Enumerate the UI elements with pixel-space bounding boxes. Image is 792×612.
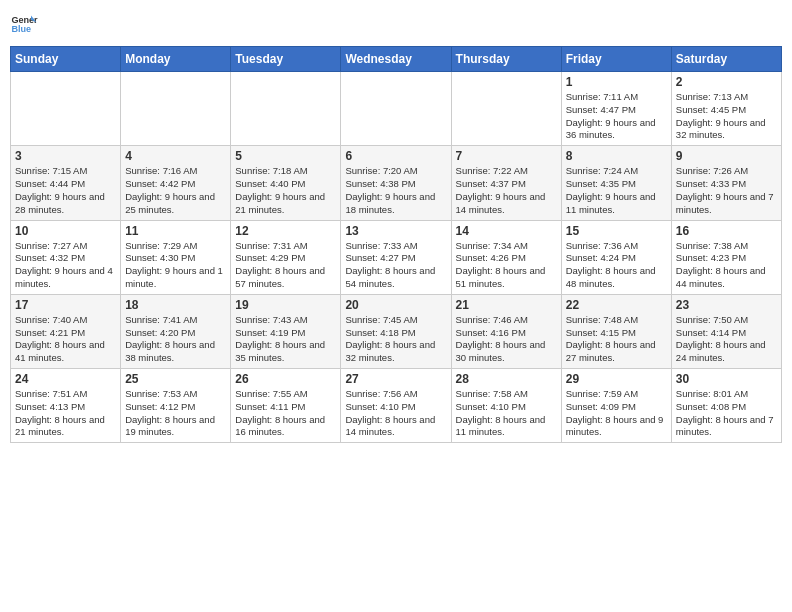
calendar-cell	[451, 72, 561, 146]
day-info: Sunrise: 7:11 AM Sunset: 4:47 PM Dayligh…	[566, 91, 667, 142]
calendar-cell: 17Sunrise: 7:40 AM Sunset: 4:21 PM Dayli…	[11, 294, 121, 368]
calendar-cell: 11Sunrise: 7:29 AM Sunset: 4:30 PM Dayli…	[121, 220, 231, 294]
calendar-week-row: 17Sunrise: 7:40 AM Sunset: 4:21 PM Dayli…	[11, 294, 782, 368]
calendar-cell: 21Sunrise: 7:46 AM Sunset: 4:16 PM Dayli…	[451, 294, 561, 368]
day-number: 30	[676, 372, 777, 386]
day-info: Sunrise: 7:16 AM Sunset: 4:42 PM Dayligh…	[125, 165, 226, 216]
calendar-week-row: 10Sunrise: 7:27 AM Sunset: 4:32 PM Dayli…	[11, 220, 782, 294]
calendar-cell: 23Sunrise: 7:50 AM Sunset: 4:14 PM Dayli…	[671, 294, 781, 368]
page-header: General Blue	[10, 10, 782, 38]
day-info: Sunrise: 7:34 AM Sunset: 4:26 PM Dayligh…	[456, 240, 557, 291]
calendar-cell	[121, 72, 231, 146]
calendar-cell	[341, 72, 451, 146]
day-number: 27	[345, 372, 446, 386]
calendar-cell: 4Sunrise: 7:16 AM Sunset: 4:42 PM Daylig…	[121, 146, 231, 220]
weekday-header-row: SundayMondayTuesdayWednesdayThursdayFrid…	[11, 47, 782, 72]
day-info: Sunrise: 7:18 AM Sunset: 4:40 PM Dayligh…	[235, 165, 336, 216]
calendar-cell: 8Sunrise: 7:24 AM Sunset: 4:35 PM Daylig…	[561, 146, 671, 220]
day-info: Sunrise: 7:45 AM Sunset: 4:18 PM Dayligh…	[345, 314, 446, 365]
calendar-cell: 29Sunrise: 7:59 AM Sunset: 4:09 PM Dayli…	[561, 369, 671, 443]
weekday-header: Saturday	[671, 47, 781, 72]
weekday-header: Sunday	[11, 47, 121, 72]
day-number: 28	[456, 372, 557, 386]
day-info: Sunrise: 8:01 AM Sunset: 4:08 PM Dayligh…	[676, 388, 777, 439]
day-info: Sunrise: 7:26 AM Sunset: 4:33 PM Dayligh…	[676, 165, 777, 216]
calendar-cell: 24Sunrise: 7:51 AM Sunset: 4:13 PM Dayli…	[11, 369, 121, 443]
calendar-cell: 9Sunrise: 7:26 AM Sunset: 4:33 PM Daylig…	[671, 146, 781, 220]
day-number: 6	[345, 149, 446, 163]
day-number: 17	[15, 298, 116, 312]
day-number: 26	[235, 372, 336, 386]
day-info: Sunrise: 7:56 AM Sunset: 4:10 PM Dayligh…	[345, 388, 446, 439]
calendar-cell: 3Sunrise: 7:15 AM Sunset: 4:44 PM Daylig…	[11, 146, 121, 220]
day-info: Sunrise: 7:22 AM Sunset: 4:37 PM Dayligh…	[456, 165, 557, 216]
day-info: Sunrise: 7:53 AM Sunset: 4:12 PM Dayligh…	[125, 388, 226, 439]
calendar-cell: 18Sunrise: 7:41 AM Sunset: 4:20 PM Dayli…	[121, 294, 231, 368]
calendar-cell: 5Sunrise: 7:18 AM Sunset: 4:40 PM Daylig…	[231, 146, 341, 220]
day-info: Sunrise: 7:33 AM Sunset: 4:27 PM Dayligh…	[345, 240, 446, 291]
calendar-week-row: 1Sunrise: 7:11 AM Sunset: 4:47 PM Daylig…	[11, 72, 782, 146]
day-number: 21	[456, 298, 557, 312]
day-number: 7	[456, 149, 557, 163]
day-info: Sunrise: 7:31 AM Sunset: 4:29 PM Dayligh…	[235, 240, 336, 291]
calendar-cell: 20Sunrise: 7:45 AM Sunset: 4:18 PM Dayli…	[341, 294, 451, 368]
calendar-cell: 16Sunrise: 7:38 AM Sunset: 4:23 PM Dayli…	[671, 220, 781, 294]
weekday-header: Thursday	[451, 47, 561, 72]
calendar-cell: 10Sunrise: 7:27 AM Sunset: 4:32 PM Dayli…	[11, 220, 121, 294]
calendar-cell: 12Sunrise: 7:31 AM Sunset: 4:29 PM Dayli…	[231, 220, 341, 294]
calendar-cell: 1Sunrise: 7:11 AM Sunset: 4:47 PM Daylig…	[561, 72, 671, 146]
day-number: 22	[566, 298, 667, 312]
day-number: 16	[676, 224, 777, 238]
day-info: Sunrise: 7:24 AM Sunset: 4:35 PM Dayligh…	[566, 165, 667, 216]
day-number: 5	[235, 149, 336, 163]
day-number: 24	[15, 372, 116, 386]
calendar-week-row: 24Sunrise: 7:51 AM Sunset: 4:13 PM Dayli…	[11, 369, 782, 443]
day-number: 19	[235, 298, 336, 312]
day-number: 15	[566, 224, 667, 238]
day-info: Sunrise: 7:15 AM Sunset: 4:44 PM Dayligh…	[15, 165, 116, 216]
weekday-header: Tuesday	[231, 47, 341, 72]
day-info: Sunrise: 7:36 AM Sunset: 4:24 PM Dayligh…	[566, 240, 667, 291]
calendar-week-row: 3Sunrise: 7:15 AM Sunset: 4:44 PM Daylig…	[11, 146, 782, 220]
day-info: Sunrise: 7:58 AM Sunset: 4:10 PM Dayligh…	[456, 388, 557, 439]
logo-icon: General Blue	[10, 10, 38, 38]
day-info: Sunrise: 7:50 AM Sunset: 4:14 PM Dayligh…	[676, 314, 777, 365]
day-info: Sunrise: 7:48 AM Sunset: 4:15 PM Dayligh…	[566, 314, 667, 365]
day-info: Sunrise: 7:27 AM Sunset: 4:32 PM Dayligh…	[15, 240, 116, 291]
day-info: Sunrise: 7:43 AM Sunset: 4:19 PM Dayligh…	[235, 314, 336, 365]
calendar-cell: 27Sunrise: 7:56 AM Sunset: 4:10 PM Dayli…	[341, 369, 451, 443]
day-number: 10	[15, 224, 116, 238]
calendar-cell: 2Sunrise: 7:13 AM Sunset: 4:45 PM Daylig…	[671, 72, 781, 146]
calendar-cell: 28Sunrise: 7:58 AM Sunset: 4:10 PM Dayli…	[451, 369, 561, 443]
day-number: 20	[345, 298, 446, 312]
calendar-cell: 30Sunrise: 8:01 AM Sunset: 4:08 PM Dayli…	[671, 369, 781, 443]
day-info: Sunrise: 7:59 AM Sunset: 4:09 PM Dayligh…	[566, 388, 667, 439]
calendar-cell: 6Sunrise: 7:20 AM Sunset: 4:38 PM Daylig…	[341, 146, 451, 220]
day-number: 14	[456, 224, 557, 238]
day-info: Sunrise: 7:13 AM Sunset: 4:45 PM Dayligh…	[676, 91, 777, 142]
calendar-cell	[11, 72, 121, 146]
day-number: 3	[15, 149, 116, 163]
day-info: Sunrise: 7:55 AM Sunset: 4:11 PM Dayligh…	[235, 388, 336, 439]
calendar-cell: 13Sunrise: 7:33 AM Sunset: 4:27 PM Dayli…	[341, 220, 451, 294]
calendar-cell: 22Sunrise: 7:48 AM Sunset: 4:15 PM Dayli…	[561, 294, 671, 368]
calendar-cell: 7Sunrise: 7:22 AM Sunset: 4:37 PM Daylig…	[451, 146, 561, 220]
day-number: 1	[566, 75, 667, 89]
day-info: Sunrise: 7:20 AM Sunset: 4:38 PM Dayligh…	[345, 165, 446, 216]
day-info: Sunrise: 7:38 AM Sunset: 4:23 PM Dayligh…	[676, 240, 777, 291]
weekday-header: Monday	[121, 47, 231, 72]
day-number: 12	[235, 224, 336, 238]
logo: General Blue	[10, 10, 38, 38]
day-number: 29	[566, 372, 667, 386]
day-info: Sunrise: 7:46 AM Sunset: 4:16 PM Dayligh…	[456, 314, 557, 365]
day-info: Sunrise: 7:41 AM Sunset: 4:20 PM Dayligh…	[125, 314, 226, 365]
calendar-cell: 19Sunrise: 7:43 AM Sunset: 4:19 PM Dayli…	[231, 294, 341, 368]
calendar-cell: 26Sunrise: 7:55 AM Sunset: 4:11 PM Dayli…	[231, 369, 341, 443]
day-number: 11	[125, 224, 226, 238]
day-number: 8	[566, 149, 667, 163]
day-number: 18	[125, 298, 226, 312]
weekday-header: Friday	[561, 47, 671, 72]
day-number: 25	[125, 372, 226, 386]
day-number: 9	[676, 149, 777, 163]
calendar-table: SundayMondayTuesdayWednesdayThursdayFrid…	[10, 46, 782, 443]
